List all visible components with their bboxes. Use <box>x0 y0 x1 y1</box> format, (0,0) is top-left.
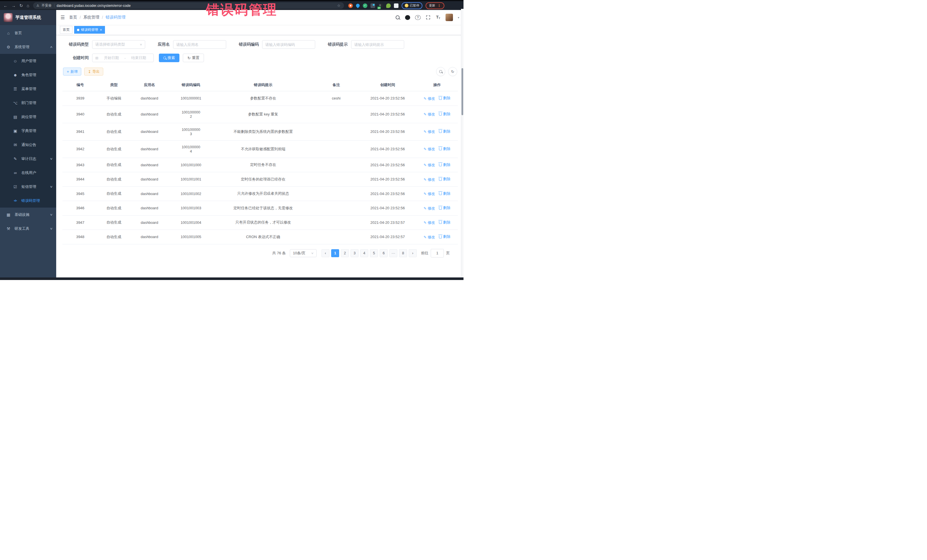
edit-button[interactable]: ✎修改 <box>424 206 435 211</box>
browser-update-button[interactable]: 更新 ⋮ <box>426 2 444 9</box>
edit-button[interactable]: ✎修改 <box>424 112 435 117</box>
font-size-icon[interactable] <box>436 15 441 20</box>
delete-button[interactable]: 删除 <box>439 96 450 101</box>
export-button[interactable]: ↧ 导出 <box>84 68 103 76</box>
sidebar-item-home[interactable]: ⌂首页 <box>0 26 56 40</box>
sidebar-item-role[interactable]: ☻角色管理 <box>0 68 56 82</box>
github-icon[interactable] <box>405 15 410 20</box>
address-bar[interactable]: ⚠ 不安全 dashboard.yudao.iocoder.cn/system/… <box>33 2 344 9</box>
forward-icon[interactable]: → <box>11 3 16 8</box>
sidebar-item-post[interactable]: ▤岗位管理 <box>0 110 56 124</box>
sidebar-item-error-code[interactable]: </>错误码管理 <box>0 194 56 208</box>
delete-button[interactable]: 删除 <box>439 234 450 239</box>
sidebar-item-infra[interactable]: ▦基础设施∨ <box>0 208 56 222</box>
start-date-placeholder[interactable]: 开始日期 <box>100 55 123 61</box>
reset-button[interactable]: ↻ 重置 <box>183 54 204 62</box>
sidebar-item-sms[interactable]: ☑短信管理∨ <box>0 180 56 194</box>
edit-button[interactable]: ✎修改 <box>424 129 435 134</box>
end-date-placeholder[interactable]: 结束日期 <box>127 55 150 61</box>
browser-menu-kebab-icon[interactable]: ⋮ <box>438 4 441 8</box>
page-button-8[interactable]: 8 <box>399 249 407 257</box>
sidebar-item-dept[interactable]: ⌥部门管理 <box>0 96 56 110</box>
delete-button[interactable]: 删除 <box>439 191 450 196</box>
breadcrumb-item[interactable]: 系统管理 <box>83 15 99 20</box>
goto-page-input[interactable] <box>431 249 444 258</box>
search-icon[interactable] <box>395 15 400 20</box>
extension-pin-icon[interactable] <box>355 3 360 8</box>
extension-grid-icon[interactable] <box>371 3 375 8</box>
prev-page-button[interactable]: ‹ <box>321 249 330 257</box>
browser-home-icon[interactable]: ⌂ <box>27 3 29 8</box>
page-button-2[interactable]: 2 <box>341 249 349 257</box>
sidebar-item-audit-log[interactable]: ✎审计日志∨ <box>0 152 56 165</box>
extension-key-icon[interactable] <box>386 3 391 8</box>
next-page-button[interactable]: › <box>409 249 417 257</box>
scrollbar-thumb[interactable] <box>462 68 463 115</box>
breadcrumb-item[interactable]: 首页 <box>69 15 77 20</box>
edit-button[interactable]: ✎修改 <box>424 220 435 225</box>
delete-button[interactable]: 删除 <box>439 176 450 182</box>
refresh-table-button[interactable]: ↻ <box>448 67 457 76</box>
hamburger-icon[interactable]: ☰ <box>61 15 65 21</box>
sidebar-item-notice[interactable]: ✉通知公告 <box>0 138 56 152</box>
page-size-select[interactable]: 10条/页 ∨ <box>290 249 317 257</box>
extension-switch-icon[interactable]: on <box>378 4 383 8</box>
extension-vue-devtools-icon[interactable] <box>363 3 368 8</box>
error-type-select[interactable]: 请选择错误码类型 ∨ <box>92 40 145 49</box>
sidebar-item-menu[interactable]: ☰菜单管理 <box>0 82 56 96</box>
close-icon[interactable]: × <box>100 28 102 32</box>
edit-button[interactable]: ✎修改 <box>424 96 435 101</box>
app-logo[interactable]: 芋道管理系统 <box>0 10 56 25</box>
cell-type: 自动生成 <box>98 215 130 230</box>
extension-orange-icon[interactable] <box>348 3 353 8</box>
add-button[interactable]: + 新增 <box>63 68 81 76</box>
delete-button[interactable]: 删除 <box>439 146 450 152</box>
edit-button[interactable]: ✎修改 <box>424 162 435 168</box>
edit-button[interactable]: ✎修改 <box>424 191 435 196</box>
filter-create-time: 创建时间 ⊞ 开始日期 - 结束日期 <box>62 54 154 62</box>
filter-code-label: 错误码编码 <box>239 42 259 47</box>
error-hint-input[interactable] <box>351 40 404 49</box>
page-scrollbar[interactable] <box>461 9 464 278</box>
url-text[interactable]: dashboard.yudao.iocoder.cn/system/error-… <box>57 4 131 8</box>
avatar-chevron-down-icon[interactable]: ▾ <box>458 16 459 19</box>
edit-button[interactable]: ✎修改 <box>424 177 435 182</box>
page-button-3[interactable]: 3 <box>351 249 359 257</box>
tab-error-code[interactable]: 错误码管理× <box>74 26 105 33</box>
help-icon[interactable] <box>415 15 421 20</box>
sidebar-item-dict[interactable]: ▣字典管理 <box>0 124 56 138</box>
error-code-input[interactable] <box>262 40 315 49</box>
page-ellipsis[interactable]: ··· <box>389 249 397 257</box>
date-range-picker[interactable]: ⊞ 开始日期 - 结束日期 <box>92 54 154 62</box>
user-avatar[interactable] <box>445 14 453 21</box>
reload-icon[interactable]: ↻ <box>20 3 23 8</box>
profile-paused-badge[interactable]: 已暂停 <box>401 2 422 9</box>
breadcrumb-item[interactable]: 错误码管理 <box>106 15 126 20</box>
sidebar-item-online-user[interactable]: ∞在线用户 <box>0 165 56 180</box>
delete-button[interactable]: 删除 <box>439 129 450 134</box>
sidebar-item-devtools[interactable]: ⚒研发工具∨ <box>0 222 56 235</box>
search-toggle-button[interactable] <box>436 67 445 76</box>
page-button-1[interactable]: 1 <box>331 249 339 257</box>
delete-button[interactable]: 删除 <box>439 111 450 117</box>
sidebar-item-user[interactable]: ☺用户管理 <box>0 54 56 68</box>
delete-button[interactable]: 删除 <box>439 220 450 225</box>
page-button-4[interactable]: 4 <box>360 249 368 257</box>
security-label[interactable]: 不安全 <box>42 3 52 8</box>
app-name-input[interactable] <box>173 40 226 49</box>
fullscreen-icon[interactable] <box>426 15 431 20</box>
sidebar-item-system[interactable]: ⚙系统管理∧ <box>0 40 56 54</box>
sidebar-menu: ⌂首页⚙系统管理∧☺用户管理☻角色管理☰菜单管理⌥部门管理▤岗位管理▣字典管理✉… <box>0 25 56 280</box>
edit-button[interactable]: ✎修改 <box>424 235 435 240</box>
search-button[interactable]: 搜索 <box>159 54 179 62</box>
page-button-5[interactable]: 5 <box>370 249 378 257</box>
bookmark-star-icon[interactable]: ☆ <box>337 3 340 8</box>
delete-button[interactable]: 删除 <box>439 205 450 211</box>
page-button-6[interactable]: 6 <box>380 249 388 257</box>
back-icon[interactable]: ← <box>3 3 8 8</box>
tab-home[interactable]: 首页 <box>60 26 73 33</box>
sidebar-item-label: 用户管理 <box>21 58 36 64</box>
edit-button[interactable]: ✎修改 <box>424 147 435 152</box>
delete-button[interactable]: 删除 <box>439 162 450 167</box>
extensions-puzzle-icon[interactable] <box>394 3 398 8</box>
